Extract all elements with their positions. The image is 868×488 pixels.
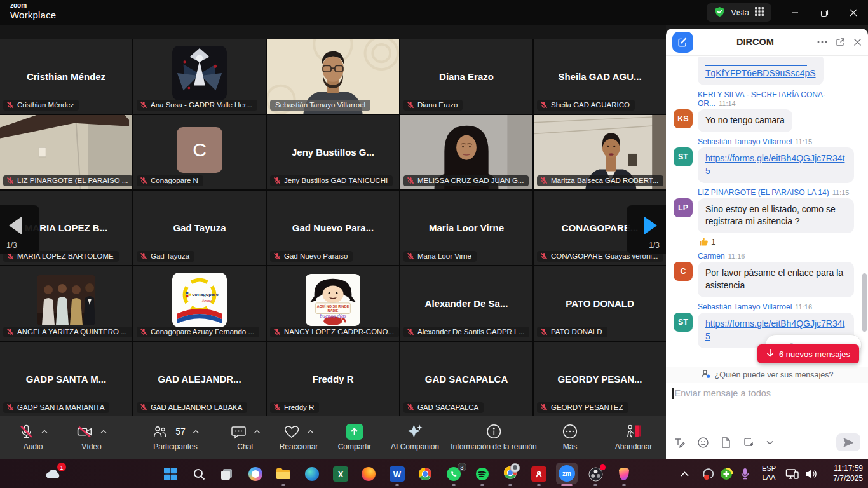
- emoji-icon[interactable]: [697, 437, 709, 449]
- participant-tile[interactable]: Gad TayuzaGad Tayuza: [133, 191, 266, 265]
- obs-icon[interactable]: [587, 466, 604, 482]
- pop-out-icon[interactable]: [836, 37, 845, 47]
- participant-tile[interactable]: Jeny Bustillos G...Jeny Bustillos GAD TA…: [267, 115, 399, 189]
- participant-tile[interactable]: Gad Nuevo Para...Gad Nuevo Paraiso: [267, 191, 399, 265]
- screen-recorder-tray-icon[interactable]: [700, 466, 717, 482]
- participant-tile[interactable]: Maritza Balseca GAD ROBERT...: [534, 115, 666, 189]
- chrome-icon[interactable]: [417, 466, 433, 482]
- participant-tile[interactable]: GAD SACAPALCAGAD SACAPALCA: [400, 342, 532, 416]
- participant-tile[interactable]: Diana ErazoDiana Erazo: [400, 39, 532, 114]
- react-button[interactable]: Reaccionar: [280, 422, 318, 451]
- format-text-icon[interactable]: [674, 437, 686, 449]
- close-chat-icon[interactable]: [853, 38, 862, 46]
- participants-button[interactable]: 57Participantes: [152, 422, 199, 451]
- leave-button[interactable]: Abandonar: [615, 422, 653, 451]
- chat-scrollbar[interactable]: [862, 273, 867, 332]
- word-icon[interactable]: W: [389, 466, 405, 482]
- participant-tile[interactable]: PATO DONALDPATO DONALD: [534, 266, 666, 341]
- file-explorer-icon[interactable]: [275, 466, 292, 482]
- restore-button[interactable]: [810, 0, 839, 25]
- language-indicator[interactable]: ESPLAA: [762, 464, 776, 482]
- video-chevron-up-icon[interactable]: [100, 430, 107, 434]
- message-reaction[interactable]: 1: [699, 237, 859, 247]
- message-link[interactable]: TqKfYFPT6eBDS9uSsc4pS: [705, 68, 816, 78]
- close-button[interactable]: [839, 0, 868, 25]
- compose-button[interactable]: [672, 32, 693, 53]
- task-view-button[interactable]: [219, 466, 235, 482]
- info-label: Información de la reunión: [451, 442, 536, 451]
- participant-tile[interactable]: Sheila GAD AGU...Sheila GAD AGUARICO: [534, 39, 666, 114]
- participant-tile[interactable]: conagopareAzuayConagopare Azuay Fernando…: [133, 266, 266, 341]
- participant-tile[interactable]: Sebastián Tamayo Villarroel: [267, 39, 399, 114]
- start-button[interactable]: [162, 466, 179, 482]
- paint-app-icon[interactable]: [616, 466, 632, 482]
- screenshot-icon[interactable]: [743, 437, 755, 448]
- zoom-meeting-window: zoom Workplace Vista Cristhian MéndezCri…: [0, 0, 868, 488]
- whatsapp-icon[interactable]: 3: [445, 466, 462, 482]
- copilot-icon[interactable]: [247, 466, 264, 482]
- message-link[interactable]: https://forms.gle/eitBh4QGJjc7R34t5: [705, 153, 844, 176]
- participant-tile[interactable]: Maria Loor VirneMaria Loor Virne: [400, 191, 532, 265]
- tray-chevron-up-icon[interactable]: [676, 466, 693, 482]
- more-button[interactable]: Más: [562, 422, 578, 451]
- privacy-label: ¿Quién puede ver sus mensajes?: [715, 370, 834, 379]
- edge-icon[interactable]: [304, 466, 320, 482]
- chrome-profile-icon[interactable]: [502, 466, 519, 482]
- attach-file-icon[interactable]: [721, 437, 731, 449]
- svg-text:Azuay: Azuay: [202, 299, 212, 302]
- view-button[interactable]: Vista: [707, 3, 771, 22]
- chat-button[interactable]: Chat: [231, 422, 261, 451]
- participant-tile[interactable]: GADP SANTA M...GADP SANTA MARIANITA: [0, 342, 132, 416]
- participant-tile[interactable]: CConagopare N: [133, 115, 266, 189]
- previous-page-button[interactable]: 1/3: [0, 205, 39, 254]
- message-input[interactable]: Enviar mensaje a todos: [672, 388, 771, 399]
- clock[interactable]: 11:17:597/7/2025: [833, 463, 863, 484]
- participant-tile[interactable]: Ana Sosa - GADPR Valle Her...: [133, 39, 266, 114]
- participants-chevron-up-icon[interactable]: [193, 430, 199, 434]
- zoom-app-icon[interactable]: zm: [556, 463, 578, 484]
- video-label: Vídeo: [81, 442, 101, 451]
- audio-chevron-up-icon[interactable]: [41, 430, 48, 434]
- ai-button[interactable]: AI Companion: [391, 422, 439, 451]
- participant-tile[interactable]: LIZ PINARGOTE (EL PARAISO ...: [0, 115, 132, 189]
- participant-tile[interactable]: ANGELA YARITZA QUINTERO ...: [0, 266, 132, 341]
- volume-tray-icon[interactable]: [803, 466, 819, 482]
- spotify-icon[interactable]: [474, 466, 491, 482]
- network-display-tray-icon[interactable]: [784, 466, 801, 482]
- participant-tile[interactable]: Cristhian MéndezCristhian Méndez: [0, 39, 132, 114]
- svg-text:NADIE: NADIE: [328, 309, 339, 313]
- participant-avatar: [172, 46, 227, 103]
- video-grid: Cristhian MéndezCristhian MéndezAna Sosa…: [0, 39, 666, 416]
- svg-text:conagopare: conagopare: [192, 292, 218, 297]
- participant-tile[interactable]: MELISSA CRUZ GAD JUAN G...: [400, 115, 532, 189]
- participant-tile[interactable]: AQUÍ NO SE RINDENADIEbuenos díasNANCY LO…: [267, 266, 399, 341]
- next-page-button[interactable]: 1/3: [627, 205, 666, 254]
- chevron-down-icon[interactable]: [766, 440, 773, 445]
- zoom-workplace-logo: zoom Workplace: [10, 3, 56, 20]
- antivirus-tray-icon[interactable]: [718, 466, 735, 482]
- chat-icon: [231, 424, 247, 440]
- privacy-notice[interactable]: ¿Quién puede ver sus mensajes?: [666, 367, 868, 383]
- participant-tile[interactable]: Freddy RFreddy R: [267, 342, 399, 416]
- acrobat-icon[interactable]: [531, 466, 547, 482]
- new-messages-button[interactable]: 6 nuevos mensajes: [757, 344, 859, 363]
- participant-tile[interactable]: Alexander De Sa...Alexander De Santis GA…: [400, 266, 532, 341]
- participant-avatar: [37, 274, 95, 328]
- react-label: Reaccionar: [280, 442, 318, 451]
- react-chevron-up-icon[interactable]: [308, 430, 314, 434]
- microphone-tray-icon[interactable]: [736, 466, 753, 482]
- chat-chevron-up-icon[interactable]: [254, 430, 261, 434]
- firefox-icon[interactable]: [360, 466, 377, 482]
- excel-icon[interactable]: X: [332, 466, 349, 482]
- chat-more-options-icon[interactable]: [817, 40, 827, 44]
- participant-tile[interactable]: GAD ALEJANDR...GAD ALEJANDRO LABAKA: [133, 342, 266, 416]
- audio-button[interactable]: Audio: [18, 422, 48, 451]
- onedrive-icon[interactable]: 1: [45, 466, 62, 482]
- participant-tile[interactable]: GEORDY PESAN...GEORDY PESANTEZ: [534, 342, 666, 416]
- send-message-button[interactable]: [836, 433, 860, 451]
- share-button[interactable]: Compartir: [338, 422, 372, 451]
- video-button[interactable]: Vídeo: [76, 422, 107, 451]
- search-button[interactable]: [191, 466, 207, 482]
- info-button[interactable]: Información de la reunión: [451, 422, 536, 451]
- minimize-button[interactable]: [780, 0, 810, 25]
